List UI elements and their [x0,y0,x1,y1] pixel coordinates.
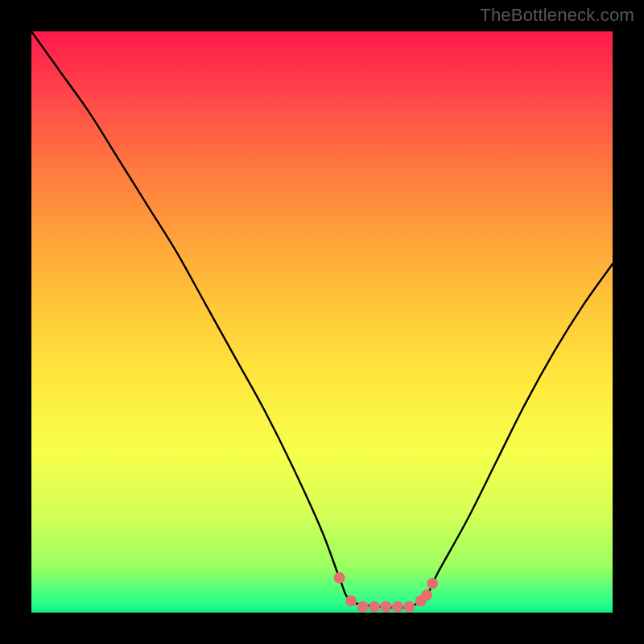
marker-dot [345,596,357,607]
chart-markers [334,572,439,613]
marker-dot [392,601,403,613]
plot-area [31,31,613,613]
marker-dot [403,601,415,613]
bottleneck-curve [31,31,613,608]
watermark-text: TheBottleneck.com [480,5,634,26]
marker-dot [421,589,432,601]
marker-dot [380,601,391,613]
marker-dot [369,601,380,613]
marker-dot [334,572,345,584]
chart-svg [31,31,613,613]
chart-container: TheBottleneck.com [0,0,644,644]
marker-dot [357,601,369,613]
marker-dot [427,578,438,589]
